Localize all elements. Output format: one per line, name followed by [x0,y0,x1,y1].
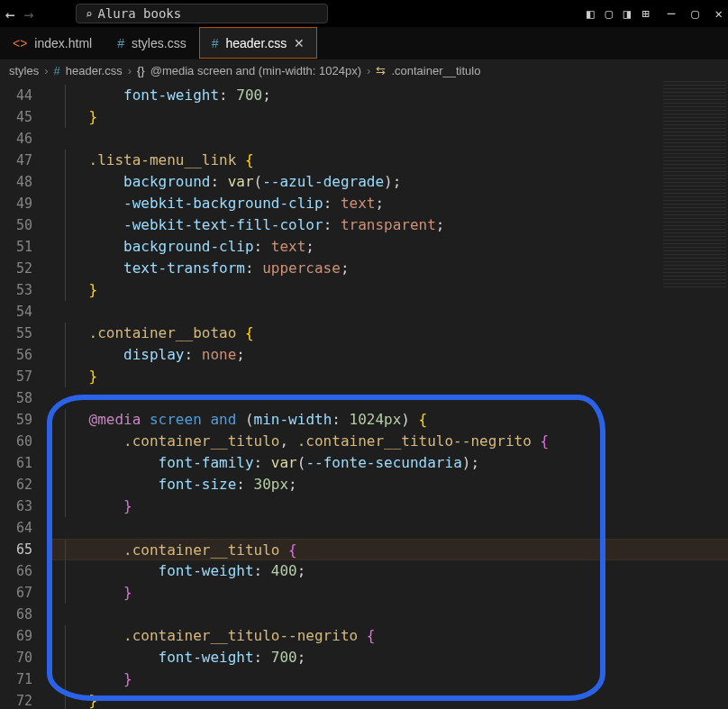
line-number: 62 [0,474,47,495]
line-number: 71 [0,668,47,690]
line-number: 56 [0,344,47,366]
line-number: 61 [0,452,47,474]
code-line[interactable]: } [47,668,728,690]
code-line[interactable]: font-weight: 400; [47,560,728,582]
css-file-icon: # [54,64,60,77]
window-minimize-icon[interactable]: ─ [668,6,675,21]
code-line[interactable]: } [47,106,728,128]
chevron-right-icon: › [44,64,48,77]
title-bar: ← → ⌕ Alura books ◧ ▢ ◨ ⊞ ─ ▢ ✕ [0,0,728,27]
line-number: 44 [0,85,47,106]
line-number: 58 [0,387,47,409]
editor-tabs: <> index.html # styles.css # header.css … [0,27,728,59]
tab-index-html[interactable]: <> index.html [0,27,105,59]
line-number: 46 [0,128,47,150]
breadcrumb-segment[interactable]: styles [9,64,39,77]
tab-label: header.css [225,36,287,50]
code-line[interactable] [47,387,728,409]
code-line[interactable]: font-weight: 700; [47,647,728,668]
line-number: 53 [0,279,47,301]
line-number: 51 [0,236,47,258]
nav-forward-icon[interactable]: → [24,5,34,23]
line-number: 64 [0,517,47,539]
code-line[interactable] [47,604,728,625]
tab-styles-css[interactable]: # styles.css [105,27,198,59]
line-number: 60 [0,431,47,452]
code-line[interactable]: font-family: var(--fonte-secundaria); [47,452,728,474]
code-content[interactable]: font-weight: 700; } .lista-menu__link { … [47,81,728,709]
code-line[interactable]: @media screen and (min-width: 1024px) { [47,409,728,431]
css-file-icon: # [212,36,219,50]
code-line[interactable]: font-weight: 700; [47,85,728,106]
line-number: 49 [0,193,47,214]
breadcrumb-segment[interactable]: header.css [66,64,123,77]
code-line[interactable]: text-transform: uppercase; [47,258,728,279]
line-number: 47 [0,150,47,171]
code-line[interactable] [47,517,728,539]
code-line[interactable]: .container__titulo { [47,539,728,560]
line-number: 57 [0,366,47,387]
toggle-sidebar-left-icon[interactable]: ◧ [587,6,594,21]
code-line[interactable]: -webkit-text-fill-color: transparent; [47,214,728,236]
line-number: 48 [0,171,47,193]
minimap[interactable] [663,81,726,288]
line-number: 72 [0,690,47,709]
breadcrumb[interactable]: styles › # header.css › {} @media screen… [0,59,728,81]
code-line[interactable]: .container__titulo, .container__titulo--… [47,431,728,452]
line-number: 65 [0,539,47,560]
nav-back-icon[interactable]: ← [5,5,15,23]
line-number: 70 [0,647,47,668]
code-line[interactable]: } [47,495,728,517]
code-line[interactable]: -webkit-background-clip: text; [47,193,728,214]
line-number-gutter: 4445464748495051525354555657585960616263… [0,81,47,709]
code-line[interactable]: background: var(--azul-degrade); [47,171,728,193]
close-icon[interactable]: ✕ [294,36,305,50]
line-number: 63 [0,495,47,517]
toggle-panel-icon[interactable]: ▢ [605,6,612,21]
selector-icon: ⇆ [376,64,386,77]
brace-icon: {} [137,64,145,77]
html-file-icon: <> [13,36,27,50]
code-line[interactable]: font-size: 30px; [47,474,728,495]
code-line[interactable]: } [47,366,728,387]
code-line[interactable] [47,301,728,323]
line-number: 45 [0,106,47,128]
chevron-right-icon: › [367,64,370,77]
line-number: 59 [0,409,47,431]
search-text: Alura books [98,6,182,21]
tab-header-css[interactable]: # header.css ✕ [199,27,318,59]
line-number: 68 [0,604,47,625]
line-number: 52 [0,258,47,279]
code-line[interactable]: background-clip: text; [47,236,728,258]
line-number: 50 [0,214,47,236]
code-line[interactable]: } [47,279,728,301]
code-line[interactable]: .lista-menu__link { [47,150,728,171]
window-close-icon[interactable]: ✕ [715,6,723,21]
line-number: 54 [0,301,47,323]
code-line[interactable] [47,128,728,150]
code-line[interactable]: } [47,582,728,604]
code-line[interactable]: .container__botao { [47,323,728,344]
chevron-right-icon: › [128,64,132,77]
layout-grid-icon[interactable]: ⊞ [642,6,649,21]
tab-label: styles.css [132,36,187,50]
line-number: 66 [0,560,47,582]
line-number: 69 [0,625,47,647]
css-file-icon: # [117,36,124,50]
toggle-sidebar-right-icon[interactable]: ◨ [623,6,631,21]
editor-area: 4445464748495051525354555657585960616263… [0,81,728,709]
code-line[interactable]: display: none; [47,344,728,366]
command-center-search[interactable]: ⌕ Alura books [76,4,328,23]
line-number: 67 [0,582,47,604]
tab-label: index.html [34,36,92,50]
breadcrumb-segment[interactable]: .container__titulo [391,64,480,77]
search-icon: ⌕ [86,7,93,21]
code-line[interactable]: } [47,690,728,709]
code-line[interactable]: .container__titulo--negrito { [47,625,728,647]
breadcrumb-segment[interactable]: @media screen and (min-width: 1024px) [150,64,361,77]
line-number: 55 [0,323,47,344]
window-maximize-icon[interactable]: ▢ [691,6,698,21]
